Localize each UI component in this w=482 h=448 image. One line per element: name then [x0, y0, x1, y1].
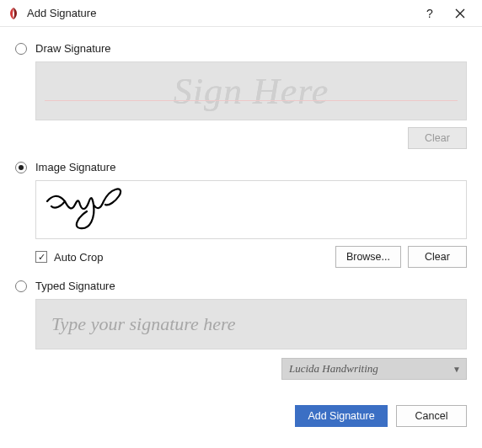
app-icon: [7, 7, 20, 20]
draw-signature-option: Draw Signature Sign Here Clear: [15, 42, 467, 149]
add-signature-button[interactable]: Add Signature: [295, 405, 388, 427]
draw-placeholder: Sign Here: [174, 70, 329, 113]
typed-signature-radio[interactable]: [15, 280, 27, 292]
typed-signature-input[interactable]: Type your signature here: [35, 299, 467, 349]
typed-signature-header[interactable]: Typed Signature: [15, 280, 467, 292]
image-signature-label: Image Signature: [35, 161, 115, 173]
auto-crop-checkbox[interactable]: [35, 251, 47, 263]
draw-clear-button[interactable]: Clear: [408, 127, 467, 149]
image-signature-preview: [35, 180, 467, 239]
draw-signature-label: Draw Signature: [35, 42, 111, 55]
title-bar: Add Signature ?: [0, 0, 482, 27]
typed-signature-label: Typed Signature: [35, 280, 115, 292]
draw-signature-radio[interactable]: [15, 43, 27, 55]
image-signature-header[interactable]: Image Signature: [15, 161, 467, 173]
image-signature-option: Image Signature Auto Crop Browse... Clea…: [15, 161, 467, 268]
chevron-down-icon: ▼: [453, 365, 461, 374]
image-signature-radio[interactable]: [15, 162, 27, 173]
help-button[interactable]: ?: [415, 2, 445, 25]
image-clear-button[interactable]: Clear: [408, 246, 467, 268]
draw-signature-canvas[interactable]: Sign Here: [35, 61, 467, 120]
font-select[interactable]: Lucida Handwriting ▼: [281, 358, 467, 380]
typed-placeholder: Type your signature here: [51, 313, 236, 335]
dialog-footer: Add Signature Cancel: [15, 405, 467, 427]
auto-crop-label: Auto Crop: [54, 251, 104, 264]
cancel-button[interactable]: Cancel: [396, 405, 467, 427]
close-button[interactable]: [445, 2, 475, 25]
browse-button[interactable]: Browse...: [335, 246, 401, 268]
signature-image: [43, 186, 136, 233]
font-select-value: Lucida Handwriting: [289, 362, 378, 376]
typed-signature-option: Typed Signature Type your signature here…: [15, 280, 467, 380]
draw-signature-header[interactable]: Draw Signature: [15, 42, 467, 55]
window-title: Add Signature: [27, 7, 96, 19]
